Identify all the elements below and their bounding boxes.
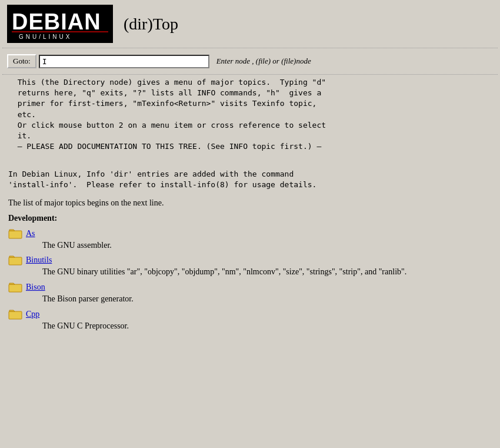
topic-intro: The list of major topics begins on the n… [8, 198, 492, 208]
menu-item-link[interactable]: Cpp [26, 310, 39, 319]
list-item: AsThe GNU assembler. [8, 228, 492, 251]
intro-text: This (the Directory node) gives a menu o… [8, 77, 492, 152]
menu-item-row: Cpp [8, 308, 492, 320]
folder-icon [8, 308, 24, 320]
svg-rect-4 [9, 231, 22, 238]
menu-item-description: The Bison parser generator. [8, 293, 492, 305]
folder-icon [8, 254, 24, 266]
main-content: This (the Directory node) gives a menu o… [0, 75, 500, 343]
svg-rect-7 [9, 311, 22, 319]
section-heading: Development: [8, 214, 492, 223]
menu-item-description: The GNU assembler. [8, 240, 492, 251]
goto-button[interactable]: Goto: [7, 54, 36, 68]
menu-item-link[interactable]: As [26, 229, 35, 238]
menu-item-row: As [8, 228, 492, 240]
folder-icon [8, 281, 24, 293]
menu-item-description: The GNU C Preprocessor. [8, 320, 492, 332]
menu-item-row: Bison [8, 281, 492, 293]
menu-list: AsThe GNU assembler.BinutilsThe GNU bina… [8, 228, 492, 331]
goto-bar: Goto: Enter node , (file) or (file)node [0, 48, 500, 74]
menu-item-row: Binutils [8, 254, 492, 266]
svg-text:DEBIAN: DEBIAN [12, 9, 101, 34]
goto-hint: Enter node , (file) or (file)node [216, 57, 311, 66]
svg-text:GNU/LINUX: GNU/LINUX [19, 34, 72, 40]
goto-input[interactable] [39, 55, 209, 68]
folder-icon [8, 228, 24, 240]
list-item: CppThe GNU C Preprocessor. [8, 308, 492, 332]
header: DEBIAN GNU/LINUX (dir)Top [0, 0, 500, 48]
page-title: (dir)Top [124, 15, 178, 34]
info-text: In Debian Linux, Info 'dir' entries are … [8, 158, 492, 190]
menu-item-link[interactable]: Bison [26, 283, 45, 292]
svg-rect-6 [9, 284, 22, 292]
menu-item-description: The GNU binary utilities "ar", "objcopy"… [8, 266, 492, 278]
debian-logo: DEBIAN GNU/LINUX [7, 5, 113, 43]
list-item: BinutilsThe GNU binary utilities "ar", "… [8, 254, 492, 278]
svg-rect-5 [9, 257, 22, 265]
list-item: BisonThe Bison parser generator. [8, 281, 492, 305]
menu-item-link[interactable]: Binutils [26, 255, 52, 265]
